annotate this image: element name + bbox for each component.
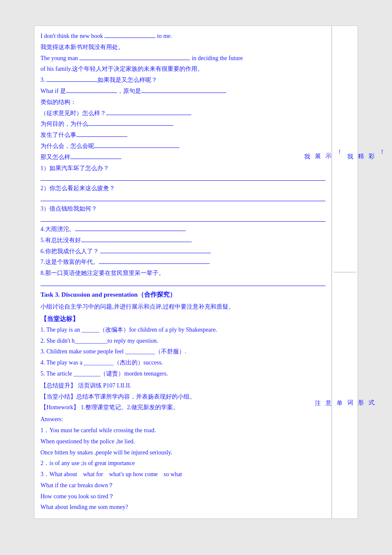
sidebar-top: 我展示！我精彩！ bbox=[334, 29, 356, 272]
task3-title: Task 3. Discussion and presentation（合作探究… bbox=[40, 289, 326, 301]
exercise-2: 2. She didn't h___________to reply my qu… bbox=[40, 336, 326, 346]
exercise-3: 3. Children make some people feel ______… bbox=[40, 347, 326, 357]
summary1: 【总结提升】 活页训练 P107 I.II.II. bbox=[40, 381, 326, 391]
answer-2: 2．is of any use ;is of great importance bbox=[40, 458, 326, 468]
answer-line-1 bbox=[40, 175, 326, 181]
answer-line-4 bbox=[40, 280, 326, 286]
line-6: 类似的结构： bbox=[40, 97, 326, 107]
line-7: （征求意见时）怎么样？ bbox=[40, 108, 326, 119]
line-14: 3）借点钱给我如何？ bbox=[40, 204, 326, 214]
homework: 【Homework】 1.整理课堂笔记。2.做完新发的学案。 bbox=[40, 402, 326, 413]
line-12: 1）如果汽车坏了怎么办？ bbox=[40, 163, 326, 173]
line-18: 7.这是个致富的年代。 bbox=[40, 257, 326, 267]
page-wrapper: I don't think the new book to me. 我觉得这本新… bbox=[34, 26, 358, 519]
line-9: 发生了什么事 bbox=[40, 130, 326, 140]
answer-1c: Once bitten by snakes ,people will be in… bbox=[40, 448, 326, 458]
sidebar-top-text: 我展示！我精彩！ bbox=[302, 145, 388, 153]
answer-3c: How come you look so tired？ bbox=[40, 491, 326, 502]
answer-3d: What about lending me som money? bbox=[40, 502, 326, 512]
exercise-5: 5. The article _________（谴责）morden teena… bbox=[40, 369, 326, 379]
line-4: 3. 如果我是又怎么样呢？ bbox=[40, 75, 326, 85]
line-17: 6.你把我成什么人了？ bbox=[40, 246, 326, 257]
line-8: 为何目的，为什么 bbox=[40, 119, 326, 129]
line-3b: of his family.这个年轻人对于决定家族的未来有很重要的作用。 bbox=[40, 64, 326, 74]
answer-3b: What if the car breaks down？ bbox=[40, 480, 326, 491]
sidebar-bottom-text: 注意单词形式 bbox=[312, 395, 377, 396]
answer-3: 3．What about what for what's up how come… bbox=[40, 469, 326, 480]
exercise-1: 1. The play is an ______（改编本）for childre… bbox=[40, 325, 326, 335]
line-13: 2）你怎么看起来这么疲惫？ bbox=[40, 183, 326, 194]
answer-line-3 bbox=[40, 216, 326, 222]
tangda-title: 【当堂达标】 bbox=[40, 314, 326, 325]
line-16: 5.有总比没有好 bbox=[40, 235, 326, 246]
line-15: 4.大雨滂沱。 bbox=[40, 224, 326, 234]
line-19: 8.那一口英语使她注定要在贫民窟里呆一辈子。 bbox=[40, 268, 326, 278]
sidebar-bottom: 注意单词形式 bbox=[334, 276, 356, 515]
answer-1b: When questioned by the police ,he lied. bbox=[40, 436, 326, 447]
exercise-4: 4. The play was a __________（杰出的）success… bbox=[40, 358, 326, 368]
main-content: I don't think the new book to me. 我觉得这本新… bbox=[35, 26, 332, 518]
line-5: What if 是，原句是 bbox=[40, 86, 326, 96]
answers-title: Answers: bbox=[40, 414, 326, 425]
line-2: 我觉得这本新书对我没有用处。 bbox=[40, 42, 326, 52]
line-11: 那又怎么样 bbox=[40, 152, 326, 162]
task3-desc: 小组讨论自主学习中的问题,并进行展示和点评,过程中要注意补充和质疑。 bbox=[40, 302, 326, 312]
answer-1: 1．You must be careful while crossing the… bbox=[40, 425, 326, 436]
line-1: I don't think the new book to me. bbox=[40, 31, 326, 41]
line-3: The young man in deciding the future bbox=[40, 53, 326, 64]
sidebar: 我展示！我精彩！ 注意单词形式 bbox=[332, 26, 357, 518]
summary2: 【当堂小结】总结本节课所学内容，并表扬表现好的小组。 bbox=[40, 392, 326, 402]
line-10: 为什么会，怎么会呢 bbox=[40, 141, 326, 151]
answer-line-2 bbox=[40, 195, 326, 201]
